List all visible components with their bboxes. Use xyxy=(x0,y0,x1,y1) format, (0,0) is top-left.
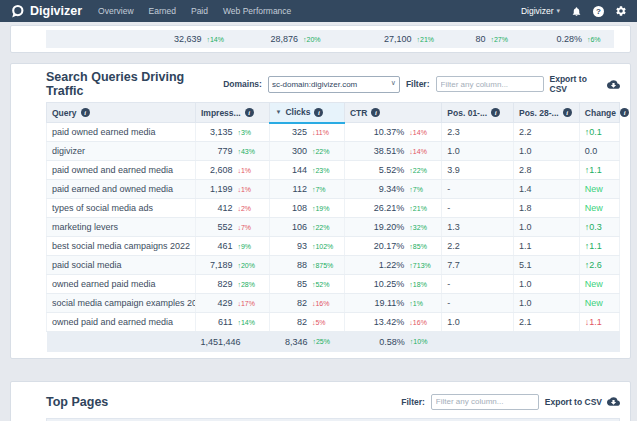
domains-select-wrap: sc-domain:digivizer.com xyxy=(268,76,400,93)
cell-value: 300 xyxy=(275,146,306,156)
column-header-ctr[interactable]: CTR xyxy=(344,103,441,123)
cell-delta: ↑32% xyxy=(409,224,436,231)
summary-delta: ↑6% xyxy=(587,36,614,43)
table-row: types of social media ads412↓2%108↑19%26… xyxy=(47,199,620,218)
help-icon[interactable] xyxy=(593,6,604,17)
table-row: digivizer779↑43%300↑22%38.51%↓14%1.01.00… xyxy=(47,142,620,161)
cell-value: 10.37% xyxy=(350,127,404,137)
impressions-cell: 552↓7% xyxy=(195,218,269,237)
column-header-change[interactable]: Change xyxy=(579,103,619,123)
query-cell: paid owned earned media xyxy=(47,123,196,142)
cell-delta: ↑21% xyxy=(409,205,436,212)
brand[interactable]: Digivizer xyxy=(10,4,82,19)
change-value: ↑1.1 xyxy=(585,241,602,251)
cell-content: 26.21%↑21% xyxy=(350,203,436,213)
settings-gear-icon[interactable] xyxy=(615,5,627,17)
totals-impressions: 1,451,446 xyxy=(200,337,240,347)
cell-delta: ↑28% xyxy=(237,281,264,288)
change-value: New xyxy=(585,298,603,308)
column-header-query[interactable]: Query xyxy=(47,103,196,123)
info-icon[interactable] xyxy=(371,108,380,117)
cell-delta: ↑20% xyxy=(237,262,264,269)
column-label: Pos. 28-... xyxy=(519,108,559,118)
nav-link-overview[interactable]: Overview xyxy=(98,6,133,16)
cell-delta: ↑713% xyxy=(409,262,436,269)
search-queries-table: Query Impress... Clicks CTR Pos. 01-... … xyxy=(46,102,620,352)
change-value: ↓1.1 xyxy=(585,317,602,327)
cell-value: 7,189 xyxy=(201,260,232,270)
change-cell: ↓1.1 xyxy=(579,313,619,332)
impressions-cell: 611↑14% xyxy=(195,313,269,332)
cell-content: 85↑52% xyxy=(275,279,338,289)
cell-value: 429 xyxy=(201,298,232,308)
top-pages-export-csv-button[interactable]: Export to CSV xyxy=(545,396,620,407)
column-header-clicks[interactable]: Clicks xyxy=(270,103,344,123)
info-icon[interactable] xyxy=(563,108,572,117)
clicks-cell: 85↑52% xyxy=(270,275,344,294)
info-icon[interactable] xyxy=(620,108,629,117)
ctr-cell: 9.34%↑7% xyxy=(344,180,441,199)
info-icon[interactable] xyxy=(245,108,254,117)
change-cell: ↑1.1 xyxy=(579,237,619,256)
nav-link-earned[interactable]: Earned xyxy=(149,6,176,16)
summary-value: 28,876 xyxy=(233,34,298,44)
top-pages-title: Top Pages xyxy=(46,395,108,409)
pos-28-cell: 1.0 xyxy=(513,275,579,294)
impressions-cell: 412↓2% xyxy=(195,199,269,218)
summary-value: 80 xyxy=(444,34,486,44)
cell-value: 10.25% xyxy=(350,279,404,289)
cell-content: 2,608↓1% xyxy=(201,165,264,175)
cell-delta: ↓14% xyxy=(409,129,436,136)
top-pages-filter-input[interactable] xyxy=(431,394,539,410)
column-label: Change xyxy=(585,108,616,118)
column-header-pos-28[interactable]: Pos. 28-... xyxy=(513,103,579,123)
cell-delta: ↓16% xyxy=(409,319,436,326)
ctr-cell: 19.11%↑1% xyxy=(344,294,441,313)
info-icon[interactable] xyxy=(81,108,90,117)
cell-content: 88↑875% xyxy=(275,260,338,270)
notifications-bell-icon[interactable] xyxy=(571,6,582,17)
filter-label: Filter: xyxy=(406,79,430,89)
info-icon[interactable] xyxy=(491,108,500,117)
cell-delta: ↑7% xyxy=(409,186,436,193)
summary-delta: ↑27% xyxy=(490,36,517,43)
totals-clicks-cell: 8,346↑25% xyxy=(270,332,344,352)
cell-value: 611 xyxy=(201,317,232,327)
cell-content: 19.20%↑32% xyxy=(350,222,436,232)
column-header-pos-01[interactable]: Pos. 01-... xyxy=(442,103,514,123)
cell-value: 2,608 xyxy=(201,165,232,175)
table-row: paid social media7,189↑20%88↑875%1.22%↑7… xyxy=(47,256,620,275)
totals-ctr-cell: 0.58%↑10% xyxy=(344,332,441,352)
account-menu[interactable]: Digivizer ▾ xyxy=(521,6,560,16)
digivizer-logo-icon xyxy=(10,4,25,19)
summary-cell: 32,639↑14% xyxy=(46,34,233,44)
impressions-cell: 1,199↓1% xyxy=(195,180,269,199)
cell-delta: ↑22% xyxy=(312,148,339,155)
query-cell: paid earned and owned media xyxy=(47,180,196,199)
filter-input[interactable] xyxy=(436,76,544,92)
totals-ctr-delta: ↑10% xyxy=(410,338,437,345)
column-header-impressions[interactable]: Impress... xyxy=(195,103,269,123)
change-cell: ↑0.3 xyxy=(579,218,619,237)
summary-delta: ↑21% xyxy=(417,36,444,43)
totals-clicks-delta: ↑25% xyxy=(312,338,339,345)
brand-name: Digivizer xyxy=(30,4,82,18)
cell-content: 38.51%↓14% xyxy=(350,146,436,156)
cell-content: 10.37%↓14% xyxy=(350,127,436,137)
nav-link-web-performance[interactable]: Web Performance xyxy=(223,6,291,16)
export-csv-button[interactable]: Export to CSV xyxy=(550,74,620,94)
pos-28-cell: 1.1 xyxy=(513,237,579,256)
cell-delta: ↑52% xyxy=(312,281,339,288)
column-label: Impress... xyxy=(201,108,241,118)
clicks-cell: 325↓11% xyxy=(270,123,344,142)
query-cell: best social media campaigns 2022 xyxy=(47,237,196,256)
info-icon[interactable] xyxy=(314,108,323,117)
cell-value: 552 xyxy=(201,222,232,232)
change-cell: New xyxy=(579,180,619,199)
domains-select[interactable]: sc-domain:digivizer.com xyxy=(268,76,400,93)
cell-value: 19.20% xyxy=(350,222,404,232)
clicks-cell: 88↑875% xyxy=(270,256,344,275)
ctr-cell: 26.21%↑21% xyxy=(344,199,441,218)
totals-impressions-cell: 1,451,446 xyxy=(195,332,269,352)
nav-link-paid[interactable]: Paid xyxy=(191,6,208,16)
